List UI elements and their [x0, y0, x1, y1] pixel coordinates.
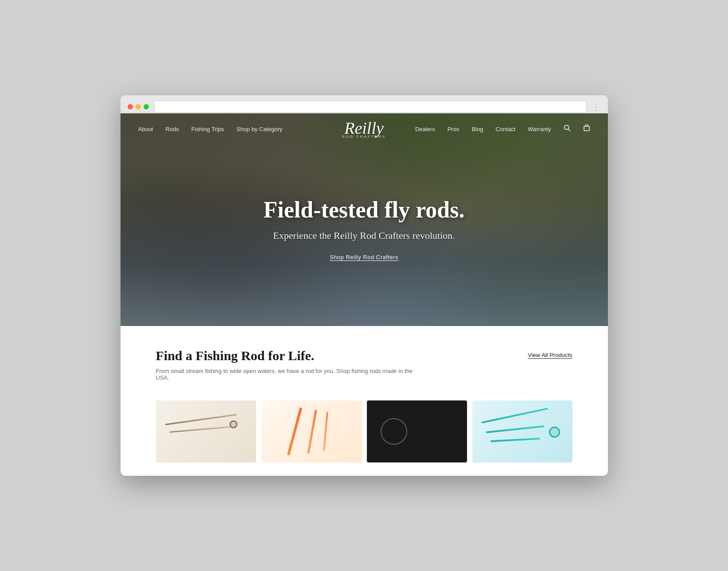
dark-circle: [381, 418, 407, 445]
product-card-2[interactable]: [261, 400, 362, 462]
cart-icon[interactable]: [583, 124, 590, 133]
nav-shop-by-category[interactable]: Shop by Category: [237, 126, 283, 132]
section-text: Find a Fishing Rod for Life. From small …: [156, 348, 422, 390]
hero-content: Field-tested fly rods. Experience the Re…: [121, 113, 608, 326]
nav-warranty[interactable]: Warranty: [528, 126, 551, 132]
nav-right: Dealers Pros Blog Contact Warranty: [386, 124, 590, 133]
website-content: About Rods Fishing Trips Shop by Categor…: [121, 113, 608, 476]
nav-pros[interactable]: Pros: [448, 126, 459, 132]
nav-fishing-trips[interactable]: Fishing Trips: [191, 126, 224, 132]
nav-left: About Rods Fishing Trips Shop by Categor…: [138, 126, 342, 132]
logo-sub: Rod Crafters: [342, 135, 386, 139]
orange-rod-1: [287, 407, 302, 456]
nav-rods[interactable]: Rods: [165, 126, 179, 132]
nav-logo[interactable]: Reilly Rod Crafters: [342, 120, 386, 139]
hero-section: About Rods Fishing Trips Shop by Categor…: [121, 113, 608, 326]
small-reel: [549, 427, 560, 438]
close-button[interactable]: [128, 104, 133, 109]
section-header: Find a Fishing Rod for Life. From small …: [156, 348, 572, 390]
browser-chrome: ⋮: [121, 95, 608, 113]
address-bar[interactable]: [154, 101, 587, 113]
minimize-button[interactable]: [136, 104, 141, 109]
browser-window: ⋮ About Rods Fishing Trips Shop by Categ…: [121, 95, 608, 476]
rod-line-2: [170, 426, 233, 433]
nav-about[interactable]: About: [138, 126, 153, 132]
product-card-1[interactable]: [156, 400, 256, 462]
teal-rod-a: [482, 408, 548, 423]
hero-cta-link[interactable]: Shop Reilly Rod Crafters: [330, 254, 398, 260]
view-all-products-link[interactable]: View All Products: [528, 352, 572, 358]
svg-line-1: [568, 129, 570, 131]
product-card-3[interactable]: [367, 400, 467, 462]
section-title: Find a Fishing Rod for Life.: [156, 348, 422, 363]
teal-rod-b: [486, 425, 545, 433]
rod-line-1: [165, 414, 237, 426]
below-hero-section: Find a Fishing Rod for Life. From small …: [121, 326, 608, 476]
nav-contact[interactable]: Contact: [495, 126, 515, 132]
products-row: [156, 400, 572, 462]
rod-visual-1: [161, 407, 251, 456]
svg-rect-2: [584, 126, 589, 131]
rod-reel-1: [230, 420, 237, 428]
hero-title: Field-tested fly rods.: [264, 197, 465, 223]
product-card-4[interactable]: [472, 400, 572, 462]
logo-script: Reilly: [342, 120, 386, 136]
rod-visual-2: [266, 407, 356, 456]
nav-blog[interactable]: Blog: [471, 126, 483, 132]
search-icon[interactable]: [564, 124, 571, 133]
orange-rod-2: [308, 409, 317, 454]
maximize-button[interactable]: [144, 104, 149, 109]
rod-visual-3: [372, 407, 462, 456]
orange-rod-3: [323, 412, 328, 451]
rod-visual-4: [477, 407, 567, 456]
hero-subtitle: Experience the Reilly Rod Crafters revol…: [273, 230, 455, 241]
navbar: About Rods Fishing Trips Shop by Categor…: [121, 113, 608, 144]
section-description: From small stream fishing to wide open w…: [156, 368, 422, 381]
traffic-lights: [128, 104, 149, 109]
nav-dealers[interactable]: Dealers: [415, 126, 435, 132]
teal-rod-c: [491, 438, 540, 442]
browser-menu-icon[interactable]: ⋮: [592, 102, 601, 112]
